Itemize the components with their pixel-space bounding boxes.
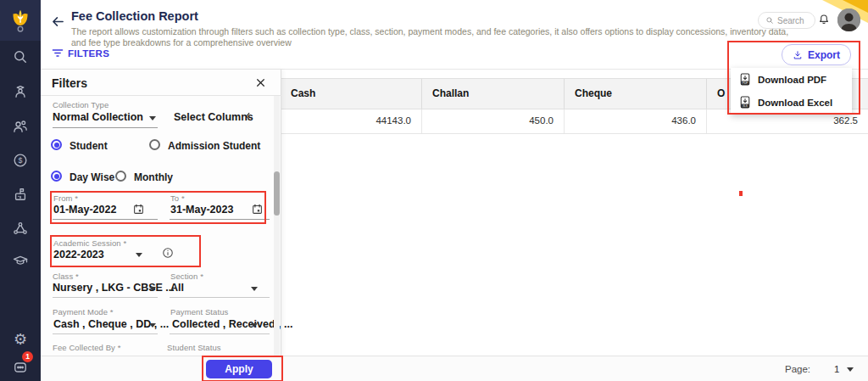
- sidebar: $ ⚙ 1: [0, 0, 41, 381]
- app-logo[interactable]: [0, 0, 41, 41]
- chevron-down-icon[interactable]: [847, 367, 854, 372]
- academic-session-select[interactable]: 2022-2023: [53, 249, 104, 261]
- tulip-logo-icon: [9, 8, 31, 33]
- download-excel-item[interactable]: XLS Download Excel: [731, 91, 852, 114]
- collection-type-label: Collection Type: [53, 100, 108, 109]
- back-arrow-icon[interactable]: [50, 14, 65, 29]
- section-underline: [170, 297, 270, 298]
- excel-file-icon: XLS: [739, 96, 751, 109]
- search-icon: [765, 16, 774, 25]
- page-label: Page:: [785, 364, 810, 374]
- cell-challan: 450.0: [422, 109, 565, 133]
- cell-cash: 44143.0: [281, 109, 422, 133]
- sidebar-institute-icon[interactable]: [11, 185, 30, 204]
- close-icon[interactable]: [254, 76, 267, 89]
- academic-session-label: Academic Session *: [53, 238, 126, 248]
- annotation-click-dot: [739, 191, 743, 196]
- to-date-input[interactable]: 31-May-2023: [170, 204, 233, 216]
- sidebar-search-icon[interactable]: [11, 48, 30, 66]
- collection-type-underline: [53, 127, 158, 128]
- chevron-left-icon[interactable]: [242, 110, 253, 122]
- filter-icon: [52, 48, 64, 59]
- search-placeholder: Search: [777, 16, 804, 25]
- sidebar-people-icon[interactable]: [11, 117, 30, 136]
- chevron-down-icon[interactable]: [149, 116, 156, 120]
- payment-mode-underline: [53, 333, 158, 334]
- column-header-challan[interactable]: Challan: [422, 79, 565, 109]
- panel-divider: [41, 95, 281, 96]
- page-subtitle: The report allows customization through …: [71, 26, 800, 48]
- info-icon[interactable]: [161, 246, 174, 259]
- radio-monthly-label: Monthly: [134, 171, 173, 183]
- chevron-down-icon[interactable]: [251, 287, 258, 291]
- sidebar-students-icon[interactable]: [11, 82, 30, 101]
- chevron-down-icon[interactable]: [149, 323, 156, 328]
- sidebar-academics-icon[interactable]: [11, 251, 30, 270]
- select-columns-button[interactable]: Select Columns: [174, 111, 253, 123]
- radio-day-wise-label: Day Wise: [70, 171, 114, 183]
- radio-student[interactable]: [51, 139, 62, 150]
- to-date-label: To *: [170, 193, 185, 203]
- download-pdf-item[interactable]: PDF Download PDF: [731, 68, 852, 91]
- download-icon: [793, 50, 803, 60]
- download-excel-label: Download Excel: [758, 98, 832, 108]
- panel-scrollbar-thumb[interactable]: [274, 171, 280, 216]
- from-date-input[interactable]: 01-May-2022: [53, 204, 116, 216]
- download-pdf-label: Download PDF: [758, 75, 826, 85]
- panel-scrollbar-track[interactable]: [274, 96, 280, 356]
- sidebar-fees-icon[interactable]: $: [11, 151, 30, 170]
- radio-student-label: Student: [70, 140, 108, 152]
- filters-panel-title: Filters: [52, 76, 87, 90]
- calendar-icon[interactable]: [132, 203, 144, 215]
- from-date-label: From *: [53, 193, 78, 203]
- pdf-file-icon: PDF: [739, 73, 751, 86]
- student-status-label: Student Status: [167, 343, 221, 352]
- column-header-cheque[interactable]: Cheque: [565, 79, 707, 109]
- page-title: Fee Collection Report: [71, 9, 198, 23]
- section-label: Section *: [170, 272, 203, 281]
- payment-mode-label: Payment Mode *: [53, 307, 114, 317]
- notifications-bell-icon[interactable]: [816, 12, 832, 27]
- payment-status-underline: [170, 333, 270, 334]
- filters-panel: Filters Collection Type Normal Collectio…: [41, 70, 281, 356]
- sidebar-groups-icon[interactable]: [11, 219, 30, 238]
- radio-admission-student[interactable]: [149, 139, 160, 150]
- to-date-underline: [170, 219, 270, 220]
- column-header-cash[interactable]: Cash: [281, 79, 422, 109]
- class-select[interactable]: Nursery , LKG - CBSE ...: [53, 282, 175, 294]
- radio-admission-student-label: Admission Student: [168, 140, 260, 152]
- page-subtitle-line1: The report allows customization through …: [71, 26, 800, 37]
- export-button-label: Export: [808, 49, 840, 61]
- section-select[interactable]: All: [170, 282, 184, 294]
- from-date-underline: [53, 219, 158, 220]
- filters-link-label: FILTERS: [68, 48, 109, 59]
- user-avatar[interactable]: [837, 8, 860, 31]
- radio-day-wise[interactable]: [51, 171, 62, 182]
- calendar-icon[interactable]: [251, 203, 263, 215]
- filters-link[interactable]: FILTERS: [52, 48, 109, 59]
- fee-collected-by-label: Fee Collected By *: [53, 343, 120, 352]
- class-underline: [53, 297, 158, 298]
- svg-text:PDF: PDF: [743, 81, 748, 85]
- search-pill[interactable]: Search: [758, 12, 815, 29]
- class-label: Class *: [53, 272, 79, 281]
- sidebar-settings-icon[interactable]: ⚙: [11, 330, 30, 349]
- svg-text:$: $: [19, 156, 23, 165]
- radio-monthly[interactable]: [115, 171, 126, 182]
- page-number-select[interactable]: 1: [834, 364, 839, 374]
- chat-notification-badge: 1: [22, 351, 33, 362]
- export-button[interactable]: Export: [782, 44, 851, 65]
- collection-type-select[interactable]: Normal Collection: [53, 111, 143, 123]
- export-dropdown-menu: PDF Download PDF XLS Download Excel: [731, 68, 852, 114]
- payment-status-label: Payment Status: [170, 307, 228, 317]
- chevron-down-icon[interactable]: [251, 323, 258, 328]
- svg-text:XLS: XLS: [743, 104, 748, 108]
- bottom-bar: Apply Page: 1: [41, 356, 868, 381]
- cell-cheque: 436.0: [565, 109, 707, 133]
- page-subtitle-line2: and fee type breakdowns for a comprehens…: [71, 37, 800, 48]
- apply-button[interactable]: Apply: [206, 360, 272, 378]
- chevron-down-icon[interactable]: [149, 287, 156, 291]
- chevron-down-icon[interactable]: [136, 253, 142, 257]
